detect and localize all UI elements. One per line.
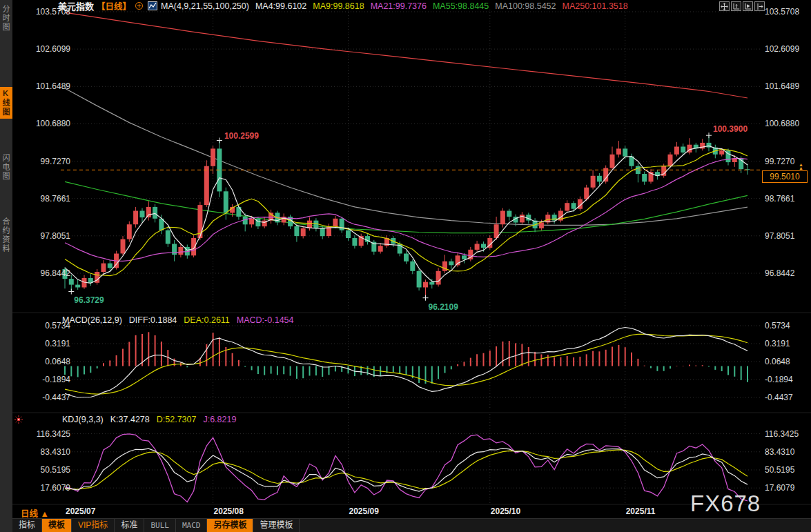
- symbol-title: 美元指数: [58, 0, 94, 12]
- ma21-value: MA21:99.7376: [371, 1, 427, 11]
- y-axis-label: 0.3191: [765, 339, 811, 348]
- left-sidebar: 分时图 K线图 闪电图 合约资料: [0, 0, 12, 532]
- alert-icon[interactable]: [14, 415, 23, 424]
- y-axis-label: 83.4310: [765, 447, 811, 457]
- trading-app-window: 分时图 K线图 闪电图 合约资料 美元指数 【日线】 MA(4,9,21,55,…: [0, 0, 811, 532]
- y-axis-label: 101.6489: [15, 81, 70, 91]
- y-axis-label: 97.8051: [765, 231, 811, 241]
- y-axis-label: 50.5195: [765, 465, 811, 475]
- sidebar-item-lightning-chart[interactable]: 闪电图: [0, 152, 12, 183]
- period-tag: 【日线】: [97, 0, 131, 12]
- macd-dea-value: DEA:0.2611: [184, 315, 229, 325]
- y-axis-label: 102.6099: [765, 44, 811, 54]
- y-axis-label: 50.5195: [15, 465, 70, 475]
- y-axis-label: -0.1894: [15, 375, 70, 384]
- y-axis-label: 97.8051: [15, 231, 70, 241]
- fx678-watermark: FX678: [690, 491, 761, 517]
- tab-vip-indicators[interactable]: VIP指标: [72, 519, 115, 532]
- tab-template[interactable]: 模板: [42, 519, 72, 532]
- low-price-annotation: 96.3729: [74, 295, 104, 305]
- sidebar-item-time-chart[interactable]: 分时图: [0, 3, 12, 34]
- y-axis-label: 100.6880: [15, 119, 70, 128]
- ma250-value: MA250:101.3518: [563, 1, 628, 11]
- y-axis-label: 99.7270: [765, 157, 811, 166]
- macd-header: MACD(26,12,9) DIFF:0.1884 DEA:0.2611 MAC…: [62, 315, 294, 325]
- sidebar-item-kline-chart[interactable]: K线图: [0, 87, 12, 119]
- zoom-y-axis-icon[interactable]: [731, 1, 741, 11]
- x-axis-date: 2025/11: [626, 506, 656, 516]
- macd-macd-value: MACD:-0.1454: [237, 315, 294, 325]
- ma4-value: MA4:99.6102: [255, 1, 306, 11]
- tab-manage-template[interactable]: 管理模板: [253, 519, 300, 532]
- restore-view-icon[interactable]: [754, 1, 765, 11]
- y-axis-label: 98.7661: [15, 194, 70, 204]
- y-axis-label: -0.4437: [765, 393, 811, 402]
- chart-header: 美元指数 【日线】 MA(4,9,21,55,100,250) MA4:99.6…: [58, 1, 628, 11]
- y-axis-label: 0.3191: [15, 339, 70, 348]
- y-axis-label: 100.6880: [765, 119, 811, 128]
- y-axis-label: 0.5734: [765, 321, 811, 331]
- kdj-j-value: J:6.8219: [203, 415, 236, 424]
- add-indicator-icon[interactable]: [135, 1, 144, 10]
- tab-bull[interactable]: BULL: [144, 519, 176, 532]
- tab-save-template[interactable]: 另存模板: [207, 519, 253, 532]
- ma55-value: MA55:98.8445: [433, 1, 489, 11]
- x-axis-date: 2025/08: [214, 506, 244, 516]
- chart-canvas[interactable]: [0, 0, 811, 532]
- bottom-toolbar: 指标 模板 VIP指标 标准 BULL MACD 另存模板 管理模板: [12, 518, 811, 532]
- ma100-value: MA100:98.5452: [495, 1, 556, 11]
- y-axis-label: 98.7661: [765, 194, 811, 204]
- x-axis-date: 2025/07: [66, 506, 95, 516]
- zoom-x-axis-icon[interactable]: [743, 1, 753, 11]
- kdj-header: KDJ(9,3,3) K:37.4278 D:52.7307 J:6.8219: [62, 415, 236, 424]
- tab-standard[interactable]: 标准: [115, 519, 144, 532]
- chart-tool-buttons: [719, 1, 765, 11]
- chart-thumbnail-icon[interactable]: [148, 1, 157, 10]
- y-axis-label: 103.5708: [765, 7, 811, 17]
- y-axis-label: 101.6489: [765, 81, 811, 91]
- kdj-k-value: K:37.4278: [110, 415, 150, 424]
- y-axis-label: 99.7270: [15, 157, 70, 166]
- current-price-tag: 99.5010: [762, 170, 808, 183]
- macd-title: MACD(26,12,9): [62, 315, 122, 325]
- x-axis-date: 2025/10: [491, 506, 520, 516]
- y-axis-label: 96.8442: [765, 268, 811, 278]
- y-axis-label: 96.8442: [15, 268, 70, 278]
- high-price-annotation: 100.2599: [224, 131, 259, 141]
- y-axis-label: -0.4437: [15, 393, 70, 402]
- ma-params-label: MA(4,9,21,55,100,250): [161, 1, 249, 11]
- y-axis-label: 0.0648: [765, 357, 811, 366]
- high-price-annotation: 100.3900: [713, 124, 748, 134]
- x-axis-date: 2025/09: [349, 506, 379, 516]
- tab-macd[interactable]: MACD: [176, 519, 208, 532]
- y-axis-label: 116.3425: [765, 429, 811, 439]
- tab-indicators[interactable]: 指标: [12, 519, 42, 532]
- sidebar-item-contract-info[interactable]: 合约资料: [0, 215, 12, 255]
- y-axis-label: 102.6099: [15, 44, 70, 54]
- y-axis-label: 17.6079: [15, 483, 70, 493]
- low-price-annotation: 96.2109: [429, 302, 458, 312]
- y-axis-label: 83.4310: [15, 447, 70, 457]
- kdj-d-value: D:52.7307: [157, 415, 197, 424]
- pan-tool-icon[interactable]: [719, 1, 730, 11]
- ma9-value: MA9:99.8618: [313, 1, 364, 11]
- kdj-title: KDJ(9,3,3): [62, 415, 104, 424]
- chart-area[interactable]: [0, 0, 811, 532]
- y-axis-label: -0.1894: [765, 375, 811, 384]
- y-axis-label: 0.0648: [15, 357, 70, 366]
- macd-diff-value: DIFF:0.1884: [129, 315, 177, 325]
- y-axis-label: 116.3425: [15, 429, 70, 439]
- price-up-arrow-icon: ▲▲: [799, 163, 803, 170]
- y-axis-label: 17.6079: [765, 483, 811, 493]
